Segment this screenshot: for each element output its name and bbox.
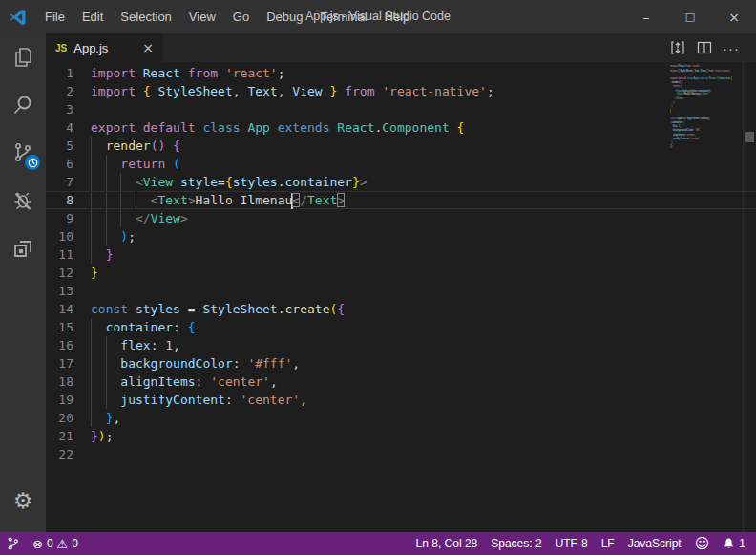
maximize-button[interactable]: □ [668, 0, 712, 33]
language-mode-indicator[interactable]: JavaScript [621, 532, 688, 555]
encoding-indicator[interactable]: UTF-8 [549, 532, 595, 555]
line-number[interactable]: 17 [46, 354, 91, 373]
line-number[interactable]: 16 [46, 336, 91, 354]
code-line[interactable]: 9 </View> [46, 209, 756, 227]
menu-edit[interactable]: Edit [74, 0, 112, 33]
menu-file[interactable]: File [36, 0, 74, 33]
split-editor-button[interactable] [691, 33, 718, 62]
line-number[interactable]: 2 [46, 82, 91, 100]
eol-indicator[interactable]: LF [595, 532, 621, 555]
notifications-button[interactable]: 1 [716, 532, 752, 555]
code-line[interactable]: 20 }, [46, 409, 756, 427]
line-number[interactable]: 9 [46, 209, 91, 227]
sidebar-item-extensions[interactable] [0, 224, 46, 272]
close-button[interactable]: × [712, 0, 756, 33]
code-line[interactable]: 6 return ( [46, 155, 756, 173]
debug-icon [11, 189, 34, 212]
sidebar-item-debug[interactable] [0, 177, 46, 224]
line-number[interactable]: 14 [46, 300, 91, 318]
title-bar: File Edit Selection View Go Debug Termin… [0, 0, 756, 33]
sidebar-item-explorer[interactable] [0, 33, 46, 81]
indentation-label: Spaces: 2 [491, 537, 541, 550]
menu-selection[interactable]: Selection [112, 0, 179, 33]
vertical-scrollbar[interactable] [743, 62, 756, 532]
notification-count: 1 [739, 537, 746, 550]
code-line[interactable]: 19 justifyContent: 'center', [46, 391, 756, 409]
menu-debug[interactable]: Debug [258, 0, 311, 33]
problems-indicator[interactable]: ⊗ 0 ⚠ 0 [26, 532, 85, 555]
code-line[interactable]: 11 } [46, 245, 756, 264]
editor-actions: ··· [664, 33, 756, 62]
minimap[interactable]: 1import React from 'react';2import { Sty… [670, 64, 743, 484]
line-number[interactable]: 10 [46, 227, 91, 245]
line-number[interactable]: 18 [46, 373, 91, 391]
code-editor[interactable]: 1import React from 'react';2import { Sty… [46, 62, 756, 532]
code-line[interactable]: 17 backgroundColor: '#fff', [46, 354, 756, 373]
line-number[interactable]: 20 [46, 409, 91, 427]
code-line[interactable]: 2import { StyleSheet, Text, View } from … [46, 82, 756, 100]
minimize-button[interactable]: – [624, 0, 668, 33]
line-number[interactable]: 1 [46, 64, 91, 82]
warning-icon: ⚠ [57, 537, 69, 551]
line-number[interactable]: 6 [46, 155, 91, 173]
git-branch-indicator[interactable] [0, 532, 26, 555]
code-line[interactable]: 15 container: { [46, 318, 756, 336]
code-line[interactable]: 16 flex: 1, [46, 336, 756, 354]
code-content: 1import React from 'react';2import { Sty… [46, 64, 756, 463]
line-number[interactable]: 8 [46, 192, 91, 208]
code-line[interactable]: 18 alignItems: 'center', [46, 373, 756, 391]
settings-gear-button[interactable]: ⚙ [0, 477, 46, 524]
close-icon: × [728, 10, 740, 25]
code-line[interactable]: 4export default class App extends React.… [46, 118, 756, 137]
sidebar-item-source-control[interactable] [0, 129, 46, 177]
tab-bar: JS App.js × ··· [46, 33, 756, 62]
code-line[interactable]: 10 ); [46, 227, 756, 245]
source-control-clock-badge [25, 155, 40, 170]
code-line[interactable]: 21}); [46, 427, 756, 445]
line-number[interactable]: 19 [46, 391, 91, 409]
javascript-file-icon: JS [55, 43, 67, 53]
eol-label: LF [601, 537, 615, 550]
menu-view[interactable]: View [180, 0, 224, 33]
window-controls: – □ × [624, 0, 756, 33]
indentation-indicator[interactable]: Spaces: 2 [484, 532, 548, 555]
extensions-icon [11, 237, 34, 260]
vscode-window: File Edit Selection View Go Debug Termin… [0, 0, 756, 555]
maximize-icon: □ [685, 11, 695, 23]
tab-close-icon[interactable]: × [142, 40, 154, 55]
language-label: JavaScript [628, 537, 682, 550]
line-number[interactable]: 12 [46, 264, 91, 282]
tab-appjs[interactable]: JS App.js × [46, 33, 163, 62]
line-number[interactable]: 5 [46, 137, 91, 155]
code-line[interactable]: 1import React from 'react'; [46, 64, 756, 82]
code-line[interactable]: 7 <View style={styles.container}> [46, 173, 756, 191]
clock-icon [28, 158, 38, 168]
open-changes-button[interactable] [664, 33, 691, 62]
line-number[interactable]: 13 [46, 282, 91, 300]
line-number[interactable]: 15 [46, 318, 91, 336]
code-line[interactable]: 13 [46, 282, 756, 300]
overview-ruler-cursor-marker [746, 132, 754, 142]
cursor-position-indicator[interactable]: Ln 8, Col 28 [410, 532, 485, 555]
more-actions-button[interactable]: ··· [718, 33, 745, 62]
line-number[interactable]: 7 [46, 173, 91, 191]
cursor-position-label: Ln 8, Col 28 [416, 537, 478, 550]
status-bar-left: ⊗ 0 ⚠ 0 [0, 532, 85, 555]
line-number[interactable]: 11 [46, 245, 91, 264]
menu-go[interactable]: Go [224, 0, 258, 33]
code-line[interactable]: 5 render() { [46, 137, 756, 155]
code-line[interactable]: 3 [46, 100, 756, 118]
explorer-icon [11, 46, 34, 69]
feedback-button[interactable]: ☺ [688, 532, 717, 555]
code-line[interactable]: 14const styles = StyleSheet.create({ [46, 300, 756, 318]
line-number[interactable]: 3 [46, 100, 91, 118]
code-line[interactable]: 12} [46, 264, 756, 282]
line-number[interactable]: 21 [46, 427, 91, 445]
vscode-logo-icon [9, 8, 28, 27]
line-number[interactable]: 4 [46, 118, 91, 137]
split-editor-icon [697, 40, 712, 55]
line-number[interactable]: 22 [46, 445, 91, 463]
code-line[interactable]: 22 [46, 445, 756, 463]
code-line[interactable]: 8 <Text>Hallo Ilmenau</Text> [46, 191, 756, 209]
sidebar-item-search[interactable] [0, 81, 46, 129]
